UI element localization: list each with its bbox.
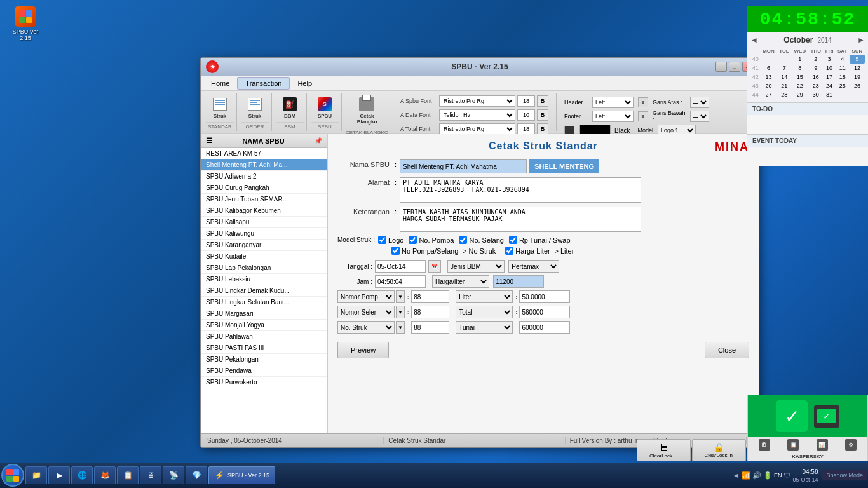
cal-day[interactable]: 2 <box>808 55 824 64</box>
footer-align-select[interactable]: Left <box>592 111 634 122</box>
struk-standar-button[interactable]: Struk <box>206 95 234 121</box>
cal-day[interactable]: 30 <box>808 90 824 99</box>
list-item[interactable]: SPBU Kaliwungu <box>201 228 327 240</box>
cal-day[interactable]: 9 <box>808 64 824 72</box>
garis-atas-select[interactable]: — <box>690 97 709 108</box>
list-item[interactable]: SPBU Purwokerto <box>201 377 327 388</box>
cal-day[interactable]: 7 <box>777 64 792 72</box>
menu-transaction[interactable]: Transaction <box>237 77 290 90</box>
liter-input[interactable] <box>519 290 570 303</box>
close-form-button[interactable]: Close <box>705 342 749 358</box>
tray-volume-icon[interactable]: 🔊 <box>752 471 761 480</box>
nomor-seler-dropdown[interactable]: ▼ <box>396 306 405 318</box>
spbu-font-size[interactable] <box>517 95 535 107</box>
cal-day[interactable]: 11 <box>836 64 850 72</box>
list-item[interactable]: SPBU Curug Pangkah <box>201 182 327 194</box>
list-item[interactable]: SPBU Kudaile <box>201 251 327 262</box>
taskbar-ie[interactable]: 🌐 <box>71 466 93 484</box>
cal-day[interactable]: 5 <box>850 55 865 64</box>
list-item[interactable]: SPBU Margasari <box>201 308 327 320</box>
cal-day[interactable]: 10 <box>824 64 836 72</box>
cal-day[interactable]: 4 <box>836 55 850 64</box>
checkbox-harga-liter[interactable] <box>505 247 513 255</box>
cal-day[interactable]: 21 <box>777 81 792 90</box>
menu-home[interactable]: Home <box>203 78 237 89</box>
cal-day[interactable]: 3 <box>824 55 836 64</box>
kasp-icon-3[interactable]: 📊 <box>817 439 828 451</box>
list-item[interactable]: SPBU Pendawa <box>201 365 327 377</box>
checkbox-no-pompa[interactable] <box>409 236 417 244</box>
tray-network-icon[interactable]: 📶 <box>742 471 750 480</box>
cal-day[interactable]: 19 <box>850 72 865 81</box>
cal-day[interactable]: 1 <box>792 55 808 64</box>
maximize-button[interactable]: □ <box>729 62 740 72</box>
no-struk-dropdown[interactable]: ▼ <box>396 321 405 334</box>
jenis-bbm-select[interactable]: Jenis BBM <box>447 260 505 273</box>
taskbar-explorer[interactable]: 📁 <box>25 466 47 484</box>
cal-day[interactable]: 20 <box>760 81 776 90</box>
spbu-toolbar-button[interactable]: S SPBU <box>311 95 339 121</box>
no-struk-input[interactable] <box>411 321 449 334</box>
tunai-select[interactable]: Tunai <box>456 321 513 334</box>
alamat-input[interactable] <box>400 177 641 203</box>
bbm-button[interactable]: ⛽ BBM <box>276 95 304 121</box>
checkbox-no-selang[interactable] <box>459 236 467 244</box>
list-item[interactable]: SPBU Lap Pekalongan <box>201 262 327 274</box>
list-item[interactable]: SPBU Monjali Yogya <box>201 320 327 331</box>
tray-clock[interactable]: 04:58 05-Oct-14 <box>792 468 818 483</box>
cal-day[interactable]: 22 <box>792 81 808 90</box>
cal-day[interactable]: 14 <box>777 72 792 81</box>
data-font-select[interactable]: Telidon Hv <box>439 109 515 121</box>
clearlock-btn-1[interactable]: 🖥 ClearLock.... <box>637 439 691 461</box>
checkbox-rp-tunai[interactable] <box>509 236 517 244</box>
list-item[interactable]: SPBU Lebaksiu <box>201 274 327 285</box>
minimize-button[interactable]: _ <box>715 62 727 72</box>
taskbar-media[interactable]: ▶ <box>48 466 70 484</box>
spbu-desktop-icon[interactable]: SPBU Ver 2.15 <box>6 6 44 41</box>
jam-input[interactable] <box>375 275 426 288</box>
nama-spbu-input[interactable] <box>400 159 527 173</box>
jenis-bbm-value-select[interactable]: Pertamax <box>508 260 559 273</box>
cal-day[interactable]: 12 <box>850 64 865 72</box>
header-align-select[interactable]: Left <box>592 97 634 108</box>
total-input[interactable] <box>519 306 570 318</box>
cal-day[interactable]: 18 <box>836 72 850 81</box>
list-item[interactable]: SPBU Adiwerna 2 <box>201 171 327 182</box>
list-item[interactable]: Shell Menteng PT. Adhi Ma... <box>201 159 327 171</box>
spbu-bold-button[interactable]: B <box>537 95 548 107</box>
tray-battery-icon[interactable]: 🔋 <box>763 471 772 480</box>
nomor-seler-select[interactable]: Nomor Seler <box>337 306 395 318</box>
harga-liter-select[interactable]: Harga/liter <box>432 275 489 288</box>
cal-day[interactable]: 23 <box>808 81 824 90</box>
kasp-icon-1[interactable]: 🗓 <box>759 439 770 451</box>
cal-day[interactable]: 8 <box>792 64 808 72</box>
tanggal-calendar-button[interactable]: 📅 <box>428 260 441 273</box>
cal-day[interactable]: 31 <box>824 90 836 99</box>
tray-arrow[interactable]: ◄ <box>733 471 740 479</box>
list-item[interactable]: SPBU Lingkar Demak Kudu... <box>201 285 327 297</box>
taskbar-spbu-active[interactable]: ⚡ SPBU - Ver 2.15 <box>208 466 275 484</box>
cal-day[interactable]: 29 <box>792 90 808 99</box>
taskbar-screen[interactable]: 🖥 <box>140 466 161 484</box>
cal-day[interactable]: 24 <box>824 81 836 90</box>
cal-day[interactable]: 28 <box>777 90 792 99</box>
tray-lang-icon[interactable]: EN <box>774 472 782 478</box>
spbu-font-select[interactable]: Ristretto Pro Rg <box>439 95 515 107</box>
kasp-icon-4[interactable]: ⚙ <box>845 439 857 451</box>
data-font-size[interactable] <box>517 109 535 121</box>
nomor-seler-input[interactable] <box>411 306 449 318</box>
nomor-pomp-input[interactable] <box>411 290 449 303</box>
list-item[interactable]: SPBU Karanganyar <box>201 240 327 251</box>
cal-prev-button[interactable]: ◄ <box>750 36 758 44</box>
list-item[interactable]: SPBU Pekalongan <box>201 354 327 365</box>
shadow-mode-button[interactable]: Shadow Mode <box>822 470 867 480</box>
total-font-size[interactable] <box>517 123 535 135</box>
list-item[interactable]: SPBU Jenu Tuban SEMAR... <box>201 194 327 205</box>
total-select[interactable]: Total <box>456 306 513 318</box>
cal-day[interactable]: 27 <box>760 90 776 99</box>
list-item[interactable]: SPBU PASTI PAS III <box>201 342 327 354</box>
blangko-button[interactable]: CetakBlangko <box>351 95 383 126</box>
clearlock-btn-2[interactable]: 🔒 ClearLock.ini <box>692 439 746 461</box>
cal-day[interactable]: 26 <box>850 81 865 90</box>
data-bold-button[interactable]: B <box>537 109 548 121</box>
